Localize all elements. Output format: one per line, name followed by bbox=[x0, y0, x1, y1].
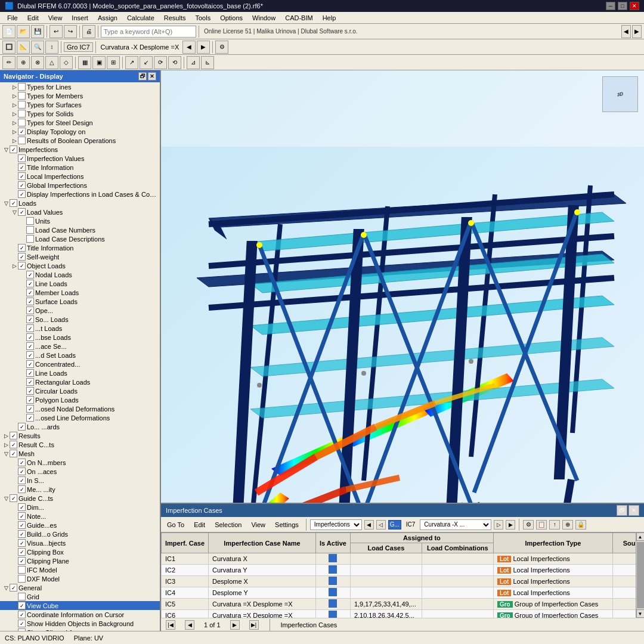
draw-btn-13[interactable]: ⊿ bbox=[187, 56, 200, 69]
panel-view-menu[interactable]: View bbox=[247, 521, 269, 529]
panel-edit-menu[interactable]: Edit bbox=[190, 521, 209, 529]
panel-goto-menu[interactable]: Go To bbox=[163, 521, 188, 529]
tree-expand-icon[interactable]: ▷ bbox=[11, 83, 18, 91]
tree-item[interactable]: ...ace Se... bbox=[0, 342, 160, 351]
open-button[interactable]: 📂 bbox=[17, 25, 30, 38]
tree-checkbox[interactable] bbox=[26, 387, 34, 395]
settings-btn[interactable]: ⚙ bbox=[215, 41, 228, 54]
tree-item[interactable]: DXF Model bbox=[0, 574, 160, 583]
tree-item[interactable]: Lo... ...ards bbox=[0, 422, 160, 431]
draw-btn-5[interactable]: ◇ bbox=[60, 56, 73, 69]
tree-checkbox[interactable] bbox=[10, 199, 17, 207]
print-button[interactable]: 🖨 bbox=[82, 25, 95, 38]
tree-item[interactable]: Global Imperfections bbox=[0, 181, 160, 190]
tree-checkbox[interactable] bbox=[26, 217, 34, 225]
draw-btn-1[interactable]: ✏ bbox=[2, 56, 16, 69]
tree-expand-icon[interactable] bbox=[19, 289, 26, 296]
tree-expand-icon[interactable] bbox=[11, 531, 18, 538]
tree-checkbox[interactable] bbox=[18, 593, 26, 600]
tree-expand-icon[interactable] bbox=[11, 486, 18, 493]
panel-tb-3[interactable]: ↑ bbox=[549, 520, 560, 530]
tree-expand-icon[interactable] bbox=[19, 271, 26, 278]
tree-expand-icon[interactable]: ▷ bbox=[2, 432, 10, 439]
tree-expand-icon[interactable] bbox=[11, 620, 18, 627]
tree-expand-icon[interactable] bbox=[11, 602, 18, 609]
tree-item[interactable]: ▽ Load Values bbox=[0, 208, 160, 216]
tree-checkbox[interactable] bbox=[26, 369, 34, 377]
menu-item-insert[interactable]: Insert bbox=[67, 13, 93, 23]
tree-expand-icon[interactable] bbox=[11, 468, 18, 475]
tree-item[interactable]: Line Loads bbox=[0, 369, 160, 377]
tree-checkbox[interactable] bbox=[26, 235, 34, 243]
draw-btn-6[interactable]: ▦ bbox=[78, 56, 91, 69]
tree-checkbox[interactable] bbox=[18, 262, 26, 270]
nav-restore-btn[interactable]: 🗗 bbox=[138, 72, 147, 80]
tree-expand-icon[interactable] bbox=[19, 218, 26, 225]
tree-checkbox[interactable] bbox=[18, 548, 26, 556]
tree-expand-icon[interactable] bbox=[11, 155, 18, 162]
tree-expand-icon[interactable] bbox=[11, 191, 18, 198]
tree-expand-icon[interactable] bbox=[19, 370, 26, 377]
tree-expand-icon[interactable] bbox=[19, 379, 26, 386]
tree-checkbox[interactable] bbox=[18, 512, 26, 520]
tree-checkbox[interactable] bbox=[18, 101, 26, 109]
tree-expand-icon[interactable] bbox=[19, 298, 26, 305]
tree-expand-icon[interactable]: ▷ bbox=[11, 128, 18, 135]
tree-checkbox[interactable] bbox=[26, 378, 34, 386]
tree-item[interactable]: ▽ Imperfections bbox=[0, 145, 160, 154]
tree-item[interactable]: ...t Loads bbox=[0, 324, 160, 333]
tree-expand-icon[interactable]: ▷ bbox=[2, 441, 10, 448]
draw-btn-14[interactable]: ⊾ bbox=[201, 56, 214, 69]
tree-item[interactable]: ...bse Loads bbox=[0, 333, 160, 342]
tree-item[interactable]: ...d Set Loads bbox=[0, 351, 160, 360]
tree-expand-icon[interactable] bbox=[19, 325, 26, 332]
navigator-header-btns[interactable]: 🗗 ✕ bbox=[138, 72, 156, 80]
nav-close-btn[interactable]: ✕ bbox=[148, 72, 156, 80]
tree-expand-icon[interactable] bbox=[19, 227, 26, 234]
tree-checkbox[interactable] bbox=[18, 208, 26, 216]
tree-checkbox[interactable] bbox=[18, 128, 26, 135]
tree-item[interactable]: Ope... bbox=[0, 306, 160, 315]
tree-checkbox[interactable] bbox=[26, 396, 34, 404]
nav-next-btn[interactable]: ▶ bbox=[197, 41, 210, 54]
panel-restore-btn[interactable]: 🗗 bbox=[617, 505, 627, 516]
tree-checkbox[interactable] bbox=[18, 539, 26, 547]
view-btn-2[interactable]: 📐 bbox=[17, 41, 30, 54]
view-btn-4[interactable]: ↕ bbox=[45, 41, 58, 54]
case-name-input[interactable] bbox=[212, 600, 312, 608]
tree-checkbox[interactable] bbox=[18, 253, 26, 261]
tree-item[interactable]: ...osed Line Deformations bbox=[0, 413, 160, 422]
tree-item[interactable]: Display Imperfections in Load Cases & Co… bbox=[0, 190, 160, 199]
tree-item[interactable]: Load Case Descriptions bbox=[0, 234, 160, 243]
tree-checkbox[interactable] bbox=[18, 110, 26, 117]
tree-item[interactable]: ▷ Results bbox=[0, 431, 160, 440]
tree-item[interactable]: ▷ Object Loads bbox=[0, 261, 160, 270]
tree-expand-icon[interactable] bbox=[11, 173, 18, 180]
tree-expand-icon[interactable]: ▷ bbox=[11, 262, 18, 270]
tree-expand-icon[interactable] bbox=[11, 244, 18, 252]
tree-expand-icon[interactable]: ▽ bbox=[2, 495, 10, 502]
new-button[interactable]: 📄 bbox=[2, 25, 16, 38]
tree-expand-icon[interactable]: ▽ bbox=[2, 584, 10, 592]
panel-tb-2[interactable]: 📋 bbox=[536, 520, 547, 530]
tree-expand-icon[interactable] bbox=[11, 540, 18, 547]
tree-checkbox[interactable] bbox=[26, 226, 34, 234]
draw-btn-9[interactable]: ↗ bbox=[125, 56, 138, 69]
panel-close-btn[interactable]: ✕ bbox=[628, 505, 639, 516]
panel-selection-menu[interactable]: Selection bbox=[211, 521, 245, 529]
tree-expand-icon[interactable] bbox=[19, 352, 26, 359]
view-btn-1[interactable]: 🔲 bbox=[2, 41, 16, 54]
tree-expand-icon[interactable] bbox=[11, 593, 18, 600]
tree-item[interactable]: Me... ...ity bbox=[0, 485, 160, 494]
tree-expand-icon[interactable] bbox=[11, 611, 18, 618]
menu-item-calculate[interactable]: Calculate bbox=[122, 13, 159, 23]
view-btn-3[interactable]: 🔍 bbox=[31, 41, 44, 54]
tree-checkbox[interactable] bbox=[26, 280, 34, 287]
tree-expand-icon[interactable] bbox=[11, 477, 18, 484]
tree-checkbox[interactable] bbox=[18, 119, 26, 126]
tree-checkbox[interactable] bbox=[18, 163, 26, 171]
tree-checkbox[interactable] bbox=[18, 557, 26, 565]
tree-expand-icon[interactable] bbox=[19, 414, 26, 422]
draw-btn-7[interactable]: ▣ bbox=[92, 56, 106, 69]
scroll-up-btn[interactable]: ▲ bbox=[636, 532, 645, 541]
